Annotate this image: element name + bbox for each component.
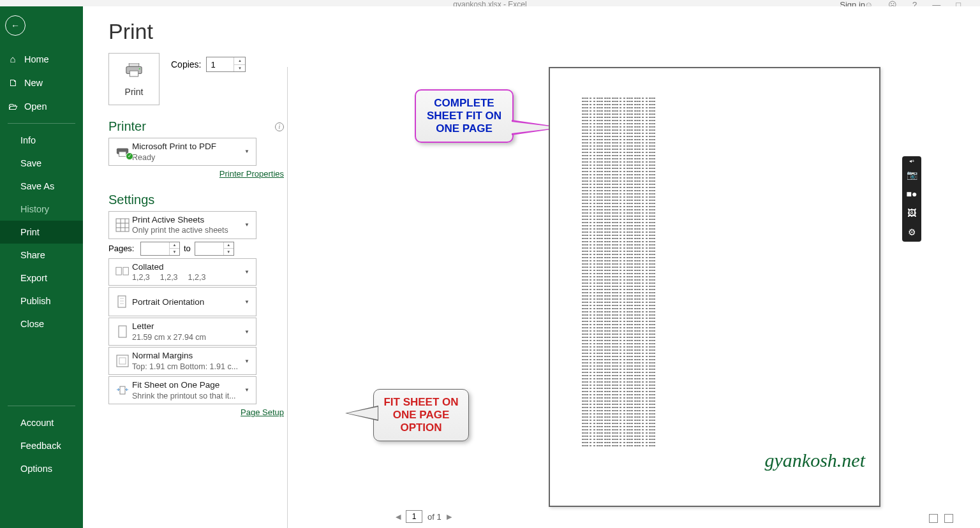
- printer-icon: [125, 62, 143, 82]
- spinner-up-icon[interactable]: ▲: [170, 242, 179, 249]
- back-button[interactable]: ←: [5, 15, 26, 36]
- chevron-down-icon: ▼: [242, 387, 252, 393]
- annotation-callout-2: FIT SHEET ON ONE PAGE OPTION: [373, 389, 469, 441]
- nav-saveas[interactable]: Save As: [0, 175, 83, 198]
- paper-size-select[interactable]: Letter21.59 cm x 27.94 cm ▼: [108, 318, 256, 346]
- nav-label: Feedback: [20, 441, 61, 451]
- pages-from-input[interactable]: ▲▼: [140, 242, 180, 256]
- spinner-up-icon[interactable]: ▲: [234, 57, 245, 65]
- main-content: Print Print Copies: ▲▼ Printer i ✓: [83, 6, 980, 528]
- page-heading: Print: [108, 19, 284, 44]
- svg-rect-12: [123, 268, 128, 275]
- svg-rect-2: [130, 71, 138, 77]
- chevron-down-icon: ▼: [242, 222, 252, 228]
- info-icon[interactable]: i: [275, 122, 284, 131]
- screen-recorder-toolbar: ◂+ 📷 ■● 🖼 ⚙: [902, 156, 921, 242]
- margins-select[interactable]: Normal MarginsTop: 1.91 cm Bottom: 1.91 …: [108, 347, 256, 375]
- svg-rect-13: [118, 296, 126, 307]
- video-icon[interactable]: ■●: [902, 184, 921, 203]
- letter-icon: [113, 325, 132, 339]
- status-ok-icon: ✓: [126, 152, 133, 160]
- svg-rect-18: [117, 355, 128, 367]
- sheets-icon: [113, 218, 132, 232]
- nav-label: Publish: [20, 296, 51, 306]
- nav-print[interactable]: Print: [0, 221, 83, 244]
- dd-title: Print Active Sheets: [132, 214, 242, 226]
- copies-spinner[interactable]: ▲▼: [206, 57, 246, 72]
- nav-label: Account: [20, 418, 54, 428]
- dd-title: Letter: [132, 321, 242, 332]
- svg-rect-17: [119, 326, 126, 337]
- nav-options[interactable]: Options: [0, 457, 83, 480]
- nav-feedback[interactable]: Feedback: [0, 434, 83, 457]
- portrait-icon: [113, 295, 132, 309]
- fit-page-icon: [113, 383, 132, 397]
- nav-label: History: [20, 204, 49, 214]
- nav-label: New: [24, 78, 43, 88]
- dd-title: Collated: [132, 261, 242, 273]
- nav-history[interactable]: History: [0, 198, 83, 221]
- page-current-input[interactable]: [406, 510, 422, 523]
- print-panel: Print Print Copies: ▲▼ Printer i ✓: [108, 19, 284, 417]
- prev-page-icon[interactable]: ◀: [396, 513, 401, 521]
- nav-close[interactable]: Close: [0, 312, 83, 335]
- zoom-to-page-icon[interactable]: [944, 514, 953, 523]
- collated-icon: [113, 265, 132, 279]
- copies-input[interactable]: [207, 60, 231, 70]
- nav-export[interactable]: Export: [0, 267, 83, 290]
- collation-select[interactable]: Collated1,2,3 1,2,3 1,2,3 ▼: [108, 258, 256, 286]
- printer-name: Microsoft Print to PDF: [132, 141, 242, 152]
- show-margins-icon[interactable]: [929, 514, 938, 523]
- backstage-sidebar: ← ⌂Home 🗋New 🗁Open Info Save Save As His…: [0, 6, 83, 528]
- arrow-left-icon: ←: [11, 20, 20, 31]
- nav-label: Save: [20, 158, 41, 168]
- next-page-icon[interactable]: ▶: [447, 513, 452, 521]
- printer-select[interactable]: ✓ Microsoft Print to PDF Ready ▼: [108, 138, 256, 166]
- nav-home[interactable]: ⌂Home: [0, 47, 83, 71]
- svg-point-3: [139, 68, 140, 69]
- nav-open[interactable]: 🗁Open: [0, 94, 83, 118]
- chevron-down-icon: ▼: [242, 299, 252, 305]
- page-total-label: of 1: [427, 512, 442, 522]
- nav-save[interactable]: Save: [0, 152, 83, 175]
- dd-title: Portrait Orientation: [132, 297, 242, 308]
- nav-share[interactable]: Share: [0, 244, 83, 267]
- home-icon: ⌂: [8, 54, 18, 64]
- svg-rect-20: [120, 386, 125, 394]
- nav-label: Close: [20, 319, 44, 329]
- spinner-down-icon[interactable]: ▼: [234, 65, 245, 72]
- print-button[interactable]: Print: [108, 53, 160, 105]
- page-setup-link[interactable]: Page Setup: [241, 407, 284, 417]
- drag-handle-icon[interactable]: ◂+: [902, 156, 921, 165]
- nav-new[interactable]: 🗋New: [0, 71, 83, 94]
- image-icon[interactable]: 🖼: [902, 203, 921, 223]
- spinner-down-icon[interactable]: ▼: [170, 249, 179, 255]
- page-preview: gyankosh.net: [549, 67, 880, 507]
- gear-icon[interactable]: ⚙: [902, 223, 921, 242]
- nav-label: Open: [24, 101, 47, 112]
- spinner-down-icon[interactable]: ▼: [224, 249, 234, 255]
- open-icon: 🗁: [8, 101, 18, 112]
- annotation-callout-1: COMPLETE SHEET FIT ON ONE PAGE: [415, 89, 514, 143]
- dd-sub: 21.59 cm x 27.94 cm: [132, 332, 242, 342]
- orientation-select[interactable]: Portrait Orientation ▼: [108, 287, 256, 316]
- camera-icon[interactable]: 📷: [902, 165, 921, 184]
- svg-rect-6: [116, 219, 129, 231]
- page-navigation: ◀ of 1 ▶: [396, 510, 452, 523]
- nav-publish[interactable]: Publish: [0, 290, 83, 312]
- spinner-up-icon[interactable]: ▲: [224, 242, 234, 249]
- dd-sub: Shrink the printout so that it...: [132, 391, 242, 401]
- printer-device-icon: ✓: [113, 145, 132, 159]
- scaling-select[interactable]: Fit Sheet on One PageShrink the printout…: [108, 376, 256, 404]
- watermark-text: gyankosh.net: [765, 450, 865, 471]
- printer-properties-link[interactable]: Printer Properties: [219, 169, 284, 179]
- print-scope-select[interactable]: Print Active SheetsOnly print the active…: [108, 211, 256, 239]
- nav-label: Options: [20, 464, 52, 474]
- nav-label: Export: [20, 273, 47, 283]
- pages-to-input[interactable]: ▲▼: [195, 242, 234, 256]
- nav-info[interactable]: Info: [0, 129, 83, 152]
- nav-label: Share: [20, 250, 45, 260]
- dd-sub: Only print the active sheets: [132, 225, 242, 235]
- svg-rect-0: [129, 63, 138, 67]
- nav-account[interactable]: Account: [0, 411, 83, 434]
